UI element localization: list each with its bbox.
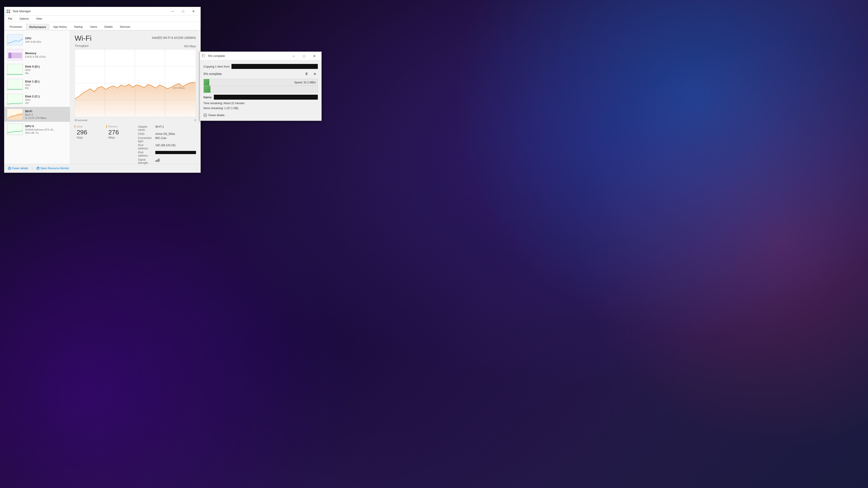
main-content: CPU 18% 4.69 GHz Memory 6.6/31.9 GB (21%… <box>4 31 200 164</box>
time-remaining: Time remaining: About 22 minutes <box>204 101 318 106</box>
disk0-sub1: HDD <box>25 69 67 71</box>
throughput-label: Throughput <box>74 44 88 47</box>
fewer-details-copy-link[interactable]: Fewer details <box>204 113 318 117</box>
fewer-details-link[interactable]: Fewer details <box>8 167 28 170</box>
svg-point-19 <box>204 113 207 117</box>
panel-subtitle: Intel(R) Wi-Fi 6 AX200 160MHz <box>152 36 196 39</box>
menu-file[interactable]: File <box>6 16 14 21</box>
signal-value <box>155 158 196 164</box>
copy-actions: ⏸ ✕ <box>303 71 318 77</box>
send-block: Send 296 Kbps <box>74 125 97 164</box>
app-icon <box>6 9 11 13</box>
sidebar-item-cpu[interactable]: CPU 18% 4.69 GHz <box>4 32 70 47</box>
svg-rect-5 <box>8 53 11 58</box>
tab-services[interactable]: Services <box>116 23 133 30</box>
svg-rect-0 <box>6 9 8 11</box>
time-label-end: 0 <box>195 119 196 122</box>
cpu-mini-graph <box>7 34 23 45</box>
svg-rect-2 <box>6 11 8 13</box>
ipv6-value <box>155 151 196 154</box>
resource-monitor-icon <box>36 167 39 170</box>
copy-close-button[interactable]: ✕ <box>309 52 320 60</box>
ssid-label: SSID: <box>138 132 152 135</box>
disk2-name: Disk 2 (C:) <box>25 95 67 98</box>
copy-percent-text: 5% complete <box>204 72 222 76</box>
tab-apphistory[interactable]: App history <box>50 23 70 30</box>
sidebar-item-disk1[interactable]: Disk 1 (E:) SSD 0% <box>4 77 70 92</box>
footer: Fewer details | Open Resource Monitor <box>4 164 200 173</box>
gpu-sub1: NVIDIA GeForce GTX 10... <box>25 128 67 131</box>
sidebar: CPU 18% 4.69 GHz Memory 6.6/31.9 GB (21%… <box>4 31 70 164</box>
copy-title-icon <box>202 54 206 58</box>
menu-view[interactable]: View <box>34 16 44 21</box>
maximize-button[interactable]: □ <box>178 7 188 15</box>
copy-body: Copying 1 item from 5% complete ⏸ ✕ Spee… <box>200 60 321 121</box>
task-manager-window: Task Manager ─ □ ✕ File Options View Pro… <box>4 7 201 173</box>
copy-maximize-button[interactable]: □ <box>299 52 309 60</box>
sidebar-item-wifi[interactable]: Wi-Fi Wi-Fi 2 S: 0.3 R: 276 Mbps <box>4 107 70 122</box>
time-label-start: 60 seconds <box>74 119 87 122</box>
chevron-up-circle-icon <box>204 113 207 117</box>
panel-header: Wi-Fi Intel(R) Wi-Fi 6 AX200 160MHz <box>74 34 196 42</box>
disk0-mini-graph <box>7 64 23 75</box>
copy-details: Time remaining: About 22 minutes Items r… <box>204 101 318 111</box>
titlebar: Task Manager ─ □ ✕ <box>4 7 200 15</box>
copy-percent-row: 5% complete ⏸ ✕ <box>204 71 318 77</box>
disk1-name: Disk 1 (E:) <box>25 80 67 83</box>
progress-bars: Speed: 32.2 MB/s <box>204 79 318 93</box>
titlebar-title: Task Manager <box>12 9 167 13</box>
items-remaining: Items remaining: 1 (37.1 GB) <box>204 106 318 111</box>
disk1-sub1: SSD <box>25 84 67 86</box>
name-label: Name: <box>204 96 212 99</box>
svg-marker-14 <box>75 82 196 117</box>
minimize-button[interactable]: ─ <box>167 7 178 15</box>
stats-row: Send 296 Kbps Receive 276 Mbps Adapter n… <box>74 125 196 164</box>
sidebar-item-disk2[interactable]: Disk 2 (C:) SSD 2% <box>4 92 70 107</box>
copy-name-row: Name: <box>204 95 318 100</box>
svg-point-15 <box>8 167 11 170</box>
menu-options[interactable]: Options <box>18 16 31 21</box>
mem-mini-graph <box>7 49 23 60</box>
progress-fill-bottom <box>204 86 211 93</box>
cancel-copy-button[interactable]: ✕ <box>311 71 318 77</box>
chevron-up-icon <box>8 167 11 170</box>
tab-performance[interactable]: Performance <box>26 24 49 31</box>
mem-name: Memory <box>25 52 67 55</box>
close-button[interactable]: ✕ <box>188 7 199 15</box>
receive-label: Receive <box>106 125 129 128</box>
throughput-max: 500 Mbps <box>184 45 196 48</box>
copy-from-row: Copying 1 item from <box>204 64 318 69</box>
send-unit: Kbps <box>74 136 97 139</box>
ssid-value: Armor G5_5Ghz <box>155 132 196 135</box>
copying-label: Copying 1 item from <box>204 65 230 68</box>
ipv4-value: 192.168.123.181 <box>155 144 196 150</box>
svg-rect-3 <box>8 11 10 13</box>
disk0-sub2: 0% <box>25 72 67 74</box>
sidebar-item-memory[interactable]: Memory 6.6/31.9 GB (21%) <box>4 47 70 62</box>
receive-unit: Mbps <box>106 136 129 139</box>
ipv6-label: IPv6 address: <box>138 151 152 157</box>
svg-rect-18 <box>203 55 205 57</box>
progress-bar-top: Speed: 32.2 MB/s <box>204 79 318 86</box>
wifi-sub1: Wi-Fi 2 <box>25 113 67 116</box>
tab-details[interactable]: Details <box>101 23 116 30</box>
tab-users[interactable]: Users <box>87 23 100 30</box>
copy-minimize-button[interactable]: ─ <box>288 52 299 60</box>
sidebar-item-gpu[interactable]: GPU 0 NVIDIA GeForce GTX 10... 25% (46 °… <box>4 122 70 137</box>
copy-filename <box>214 95 318 100</box>
speed-label: Speed: 32.2 MB/s <box>294 81 316 84</box>
gpu-name: GPU 0 <box>25 125 67 128</box>
gpu-mini-graph <box>7 124 23 135</box>
details-grid: Adapter name: Wi-Fi 2 SSID: Armor G5_5Gh… <box>138 125 196 164</box>
progress-bar-bottom <box>204 86 318 93</box>
disk0-name: Disk 0 (D:) <box>25 65 67 68</box>
disk2-mini-graph <box>7 94 23 105</box>
tab-startup[interactable]: Startup <box>70 23 86 30</box>
signal-bars-icon <box>155 158 159 162</box>
wifi-sub2: S: 0.3 R: 276 Mbps <box>25 117 67 119</box>
sidebar-item-disk0[interactable]: Disk 0 (D:) HDD 0% <box>4 62 70 77</box>
conntype-value: 802.11ax <box>155 136 196 143</box>
tab-processes[interactable]: Processes <box>6 23 26 30</box>
pause-button[interactable]: ⏸ <box>303 71 310 77</box>
open-resource-monitor-link[interactable]: Open Resource Monitor <box>36 167 69 170</box>
